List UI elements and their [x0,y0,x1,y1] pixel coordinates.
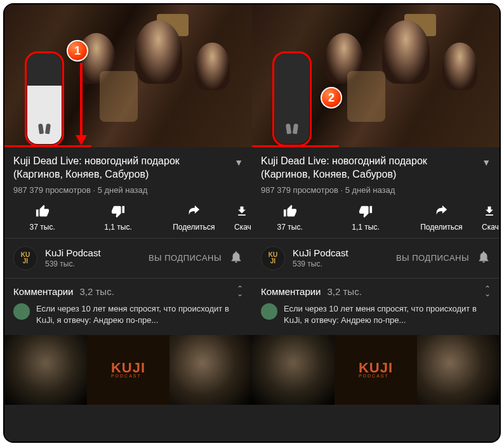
airpods-icon [37,122,51,136]
suggested-thumbnail[interactable] [252,335,335,405]
annotation-badge-2: 2 [321,87,342,108]
channel-info: KuJi Podcast 539 тыс. [45,247,141,268]
channel-subs: 539 тыс. [293,259,388,268]
comparison-frame: 1 Kuji Dead Live: новогодний подарок (Ка… [3,3,501,443]
comments-label: Комментарии [261,286,321,297]
suggested-videos: KUJI PODCAST [252,335,500,405]
dislike-button[interactable]: 1,1 тыс. [80,204,156,232]
expand-collapse-icon: ⌃⌄ [237,286,243,297]
share-icon [434,204,449,219]
volume-fill [27,86,62,144]
channel-name: KuJi Podcast [293,247,388,258]
video-content [382,20,430,84]
video-progress-bar[interactable] [252,145,339,147]
comments-label: Комментарии [13,286,73,297]
annotation-badge-1: 1 [67,40,88,62]
thumbs-up-icon [35,204,50,219]
video-details: Kuji Dead Live: новогодний подарок (Карг… [252,147,500,442]
dislike-count: 1,1 тыс. [104,223,131,232]
badge-number: 2 [328,91,335,105]
volume-slider[interactable] [27,54,62,144]
expand-collapse-icon: ⌃⌄ [484,286,491,297]
video-content [135,20,182,84]
suggested-thumbnail[interactable]: KUJI PODCAST [335,335,417,405]
channel-row[interactable]: KU JI KuJi Podcast 539 тыс. ВЫ ПОДПИСАНЫ [252,239,500,279]
download-icon [482,204,497,219]
video-title: Kuji Dead Live: новогодний подарок (Карг… [261,155,477,181]
phone-right: 2 Kuji Dead Live: новогодний подарок (Ка… [252,4,500,442]
suggested-thumbnail[interactable] [4,335,87,405]
video-content [325,33,363,84]
commenter-avatar [261,303,277,320]
svg-marker-1 [76,135,87,145]
video-content [442,43,477,90]
chevron-down-icon: ▼ [482,155,491,167]
share-label: Поделиться [173,223,215,232]
video-player[interactable] [4,4,252,147]
like-count: 37 тыс. [277,223,303,232]
suggested-thumbnail[interactable] [417,335,500,405]
logo-text: KUJI [359,362,393,374]
share-button[interactable]: Поделиться [404,204,479,232]
title-row[interactable]: Kuji Dead Live: новогодний подарок (Карг… [252,147,500,184]
dislike-button[interactable]: 1,1 тыс. [328,204,403,232]
action-bar: 37 тыс. 1,1 тыс. Поделиться [4,200,252,239]
comment-text: Если через 10 лет меня спросят, что прои… [284,303,491,326]
annotation-arrow-down [73,63,90,145]
subscribed-label[interactable]: ВЫ ПОДПИСАНЫ [396,253,469,263]
action-bar: 37 тыс. 1,1 тыс. Поделиться [252,200,500,239]
channel-subs: 539 тыс. [45,259,141,268]
dislike-count: 1,1 тыс. [352,223,379,232]
channel-row[interactable]: KU JI KuJi Podcast 539 тыс. ВЫ ПОДПИСАНЫ [4,239,252,279]
bell-icon[interactable] [477,250,491,266]
bell-icon[interactable] [229,250,243,266]
share-label: Поделиться [420,223,462,232]
video-content [195,43,230,90]
thumbs-down-icon [110,204,126,219]
suggested-thumbnail[interactable] [169,335,252,405]
comment-text: Если через 10 лет меня спросят, что прои… [36,303,243,326]
title-row[interactable]: Kuji Dead Live: новогодний подарок (Карг… [4,147,252,184]
logo-subtext: PODCAST [359,374,393,378]
like-button[interactable]: 37 тыс. [252,204,328,232]
commenter-avatar [13,303,30,320]
volume-fill [275,122,309,144]
download-button[interactable]: Скач [232,204,252,232]
like-count: 37 тыс. [30,223,55,232]
download-button[interactable]: Скач [479,204,500,232]
logo-text: KUJI [111,362,145,374]
logo-subtext: PODCAST [111,374,145,378]
badge-number: 1 [74,44,81,58]
channel-avatar[interactable]: KU JI [13,246,37,270]
channel-name: KuJi Podcast [45,247,141,258]
comments-header[interactable]: Комментарии 3,2 тыс. ⌃⌄ [4,279,252,301]
video-meta: 987 379 просмотров · 5 дней назад [252,184,500,200]
comment-preview[interactable]: Если через 10 лет меня спросят, что прои… [252,301,500,335]
volume-slider[interactable] [275,54,309,144]
subscribed-label[interactable]: ВЫ ПОДПИСАНЫ [149,253,222,263]
comment-preview[interactable]: Если через 10 лет меня спросят, что прои… [4,301,252,335]
download-label: Скач [482,223,499,232]
share-button[interactable]: Поделиться [156,204,232,232]
comments-count: 3,2 тыс. [327,286,361,297]
video-player[interactable] [252,4,500,147]
video-meta: 987 379 просмотров · 5 дней назад [4,184,252,200]
thumbs-up-icon [282,204,298,219]
video-details: Kuji Dead Live: новогодний подарок (Карг… [4,147,252,442]
video-title: Kuji Dead Live: новогодний подарок (Карг… [13,155,229,181]
phone-left: 1 Kuji Dead Live: новогодний подарок (Ка… [4,4,252,442]
comments-header[interactable]: Комментарии 3,2 тыс. ⌃⌄ [252,279,500,301]
download-label: Скач [234,223,251,232]
download-icon [234,204,249,219]
suggested-videos: KUJI PODCAST [4,335,252,405]
suggested-thumbnail[interactable]: KUJI PODCAST [87,335,169,405]
comments-count: 3,2 тыс. [79,286,114,297]
channel-avatar[interactable]: KU JI [261,246,285,270]
thumbs-down-icon [358,204,373,219]
chevron-down-icon: ▼ [234,155,243,167]
video-progress-bar[interactable] [4,145,91,147]
like-button[interactable]: 37 тыс. [4,204,80,232]
airpods-icon [285,122,299,136]
share-icon [186,204,201,219]
channel-info: KuJi Podcast 539 тыс. [293,247,388,268]
